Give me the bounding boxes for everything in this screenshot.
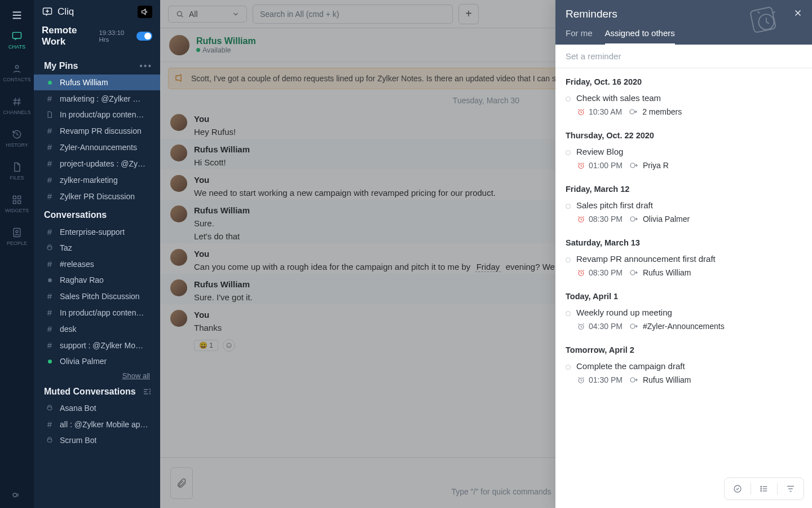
conversation-item[interactable]: #support : @Zylker Mo… xyxy=(34,337,160,353)
reminder-checkbox[interactable] xyxy=(566,311,571,316)
reminder-item[interactable]: Weekly round up meeting04:30 PM#Zyler-An… xyxy=(555,305,812,339)
message-avatar xyxy=(170,114,187,131)
attach-button[interactable] xyxy=(170,467,193,499)
muted-item[interactable]: Scrum Bot xyxy=(34,432,160,448)
search-scope-dropdown[interactable]: All xyxy=(168,6,247,23)
svg-point-12 xyxy=(47,439,52,443)
conversation-item[interactable]: #desk xyxy=(34,321,160,337)
svg-rect-0 xyxy=(13,32,21,38)
reminder-time: 01:30 PM xyxy=(577,375,623,384)
chat-name[interactable]: Rufus William xyxy=(196,36,256,46)
reminder-time: 01:00 PM xyxy=(577,161,623,170)
reaction[interactable]: 😀 1 xyxy=(194,340,218,351)
chat-status: Available xyxy=(196,46,256,54)
conversations-heading: Conversations xyxy=(44,210,107,220)
pins-more-icon[interactable]: ••• xyxy=(139,61,152,71)
reminder-item[interactable]: Revamp PR announcement first draft08:30 … xyxy=(555,252,812,285)
pin-item[interactable]: #project-updates : @Zy… xyxy=(34,155,160,172)
nav-widgets[interactable]: Widgets xyxy=(0,187,34,220)
reminder-item[interactable]: Review Blog01:00 PMPriya R xyxy=(555,144,812,178)
reminder-time: 10:30 AM xyxy=(577,107,622,116)
nav-people[interactable]: People xyxy=(0,220,34,253)
conversation-item[interactable]: Olivia Palmer xyxy=(34,353,160,369)
reminder-checkbox[interactable] xyxy=(566,204,571,209)
svg-point-7 xyxy=(16,230,18,233)
reminder-assignee: Priya R xyxy=(629,161,669,170)
nav-rail: Chats Contacts Channels History Files Wi… xyxy=(0,0,34,508)
pin-item[interactable]: #Revamp PR discussion xyxy=(34,122,160,139)
audio-icon[interactable] xyxy=(138,6,152,18)
nav-history[interactable]: History xyxy=(0,122,34,155)
reminder-assignee: Rufus William xyxy=(629,375,691,384)
new-button[interactable]: + xyxy=(458,4,479,24)
remote-work-title: Remote Work xyxy=(42,25,99,47)
reminder-input[interactable]: Set a reminder xyxy=(555,45,812,68)
pin-item[interactable]: #Zylker PR Discussion xyxy=(34,188,160,204)
svg-point-31 xyxy=(761,488,762,489)
reminder-checkbox[interactable] xyxy=(566,257,571,262)
tab-for-me[interactable]: For me xyxy=(566,28,593,45)
nav-chats[interactable]: Chats xyxy=(0,24,34,56)
conversation-item[interactable]: ##releases xyxy=(34,256,160,272)
reminder-assignee: Olivia Palmer xyxy=(629,214,690,224)
pin-item[interactable]: Rufus William xyxy=(34,75,160,90)
tab-assigned-to-others[interactable]: Assigned to others xyxy=(605,28,675,45)
svg-point-14 xyxy=(227,343,231,348)
svg-point-1 xyxy=(15,65,18,68)
remote-toggle[interactable] xyxy=(136,32,152,41)
reminder-item[interactable]: Sales pitch first draft08:30 PMOlivia Pa… xyxy=(555,198,812,231)
reminders-panel: Reminders For me Assigned to others Set … xyxy=(555,0,812,508)
conversation-item[interactable]: #In product/app conten… xyxy=(34,304,160,321)
reminder-checkbox[interactable] xyxy=(566,150,571,155)
muted-heading: Muted Conversations xyxy=(44,387,136,397)
pin-icon xyxy=(174,73,184,83)
message-avatar xyxy=(170,310,187,327)
conversation-item[interactable]: #Enterprise-support xyxy=(34,224,160,240)
pin-item[interactable]: #marketing : @Zylker … xyxy=(34,90,160,107)
reminder-time: 08:30 PM xyxy=(577,214,623,224)
reminder-item[interactable]: Check with sales team10:30 AM2 members xyxy=(555,91,812,124)
mark-done-icon[interactable] xyxy=(727,481,748,496)
pin-item[interactable]: #Zyler-Announcements xyxy=(34,139,160,155)
reminder-assignee: Rufus William xyxy=(629,268,691,277)
reminder-item[interactable]: Complete the campaign draft01:30 PMRufus… xyxy=(555,359,812,392)
theme-toggle-icon[interactable] xyxy=(0,489,34,501)
reminder-date-heading: Tomorrow, April 2 xyxy=(555,339,812,359)
reminder-time: 08:30 PM xyxy=(577,268,623,277)
app-brand: Cliq xyxy=(42,6,74,17)
filter-icon[interactable] xyxy=(780,481,801,496)
pin-item[interactable]: #zylker-marketing xyxy=(34,172,160,188)
remote-hours: 19:33:10 Hrs xyxy=(99,29,133,43)
message-avatar xyxy=(170,175,187,192)
list-view-icon[interactable] xyxy=(753,481,775,496)
pin-item[interactable]: In product/app conten… xyxy=(34,107,160,122)
muted-item[interactable]: #all : @Zylker Mobile ap… xyxy=(34,416,160,432)
panel-footer-actions xyxy=(724,478,804,500)
message-avatar xyxy=(170,279,187,296)
reminder-assignee: 2 members xyxy=(629,107,682,116)
svg-point-26 xyxy=(630,324,635,329)
reminder-date-heading: Thursday, Oct. 22 2020 xyxy=(555,124,812,144)
muted-settings-icon[interactable] xyxy=(142,387,152,397)
nav-files[interactable]: Files xyxy=(0,155,34,187)
message-avatar xyxy=(170,144,187,161)
reminder-checkbox[interactable] xyxy=(566,97,571,102)
reminder-checkbox[interactable] xyxy=(566,365,571,370)
add-reaction-icon[interactable] xyxy=(223,339,235,352)
nav-channels[interactable]: Channels xyxy=(0,89,34,122)
hamburger-icon[interactable] xyxy=(11,6,23,24)
reminder-date-heading: Today, April 1 xyxy=(555,285,812,305)
conversation-item[interactable]: Raghav Rao xyxy=(34,272,160,288)
show-all-link[interactable]: Show all xyxy=(34,369,160,381)
conversation-item[interactable]: #Sales Pitch Discussion xyxy=(34,288,160,304)
alarm-illustration xyxy=(745,3,785,38)
conversation-item[interactable]: Taz xyxy=(34,240,160,256)
muted-item[interactable]: Asana Bot xyxy=(34,400,160,416)
svg-point-10 xyxy=(47,247,52,250)
reminder-date-heading: Saturday, March 13 xyxy=(555,231,812,252)
search-input[interactable]: Search in All (cmd + k) xyxy=(253,5,453,24)
nav-contacts[interactable]: Contacts xyxy=(0,56,34,89)
svg-point-8 xyxy=(13,493,16,497)
close-icon[interactable] xyxy=(793,8,803,18)
svg-point-24 xyxy=(630,270,635,275)
